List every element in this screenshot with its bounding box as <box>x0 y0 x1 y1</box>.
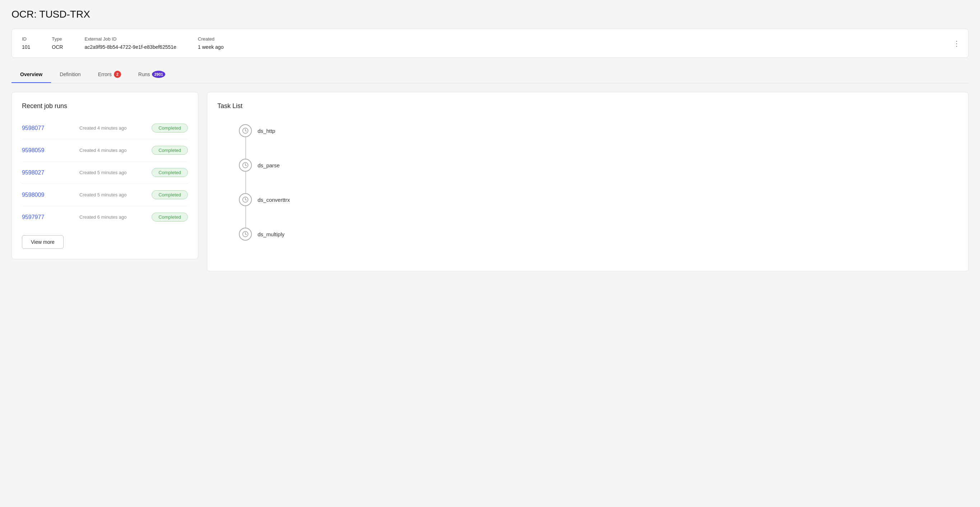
task-label: ds_converttrx <box>258 197 290 203</box>
task-item: ds_http <box>239 124 275 159</box>
id-label: ID <box>22 36 30 42</box>
created-value: 1 week ago <box>198 44 224 50</box>
task-label: ds_http <box>258 128 275 134</box>
run-id-link[interactable]: 9598077 <box>22 125 72 132</box>
task-row: ds_parse <box>239 159 280 172</box>
tab-runs-label: Runs <box>138 72 150 77</box>
tab-overview-label: Overview <box>20 72 42 77</box>
external-job-id-label: External Job ID <box>84 36 176 42</box>
task-label: ds_multiply <box>258 231 285 237</box>
clock-icon <box>239 228 252 241</box>
run-time: Created 6 minutes ago <box>80 215 145 220</box>
clock-icon <box>239 193 252 206</box>
task-list-panel: Task List ds_http ds_parse ds_converttrx… <box>207 92 969 272</box>
type-label: Type <box>52 36 63 42</box>
created-field: Created 1 week ago <box>198 36 224 50</box>
external-job-id-field: External Job ID ac2a9f95-8b54-4722-9e1f-… <box>84 36 176 50</box>
task-connector <box>245 172 246 193</box>
run-id-link[interactable]: 9598009 <box>22 192 72 198</box>
recent-runs-title: Recent job runs <box>22 102 188 110</box>
task-row: ds_multiply <box>239 228 285 241</box>
id-field: ID 101 <box>22 36 30 50</box>
table-row: 9598009 Created 5 minutes ago Completed <box>22 184 188 206</box>
tab-bar: Overview Definition Errors 2 Runs 2901 <box>11 67 969 83</box>
task-item: ds_parse <box>239 159 280 193</box>
page-title: OCR: TUSD-TRX <box>11 9 969 20</box>
tab-runs[interactable]: Runs 2901 <box>130 67 174 83</box>
task-row: ds_http <box>239 124 275 137</box>
table-row: 9598077 Created 4 minutes ago Completed <box>22 117 188 139</box>
view-more-button[interactable]: View more <box>22 235 64 249</box>
run-time: Created 4 minutes ago <box>80 125 145 131</box>
tab-overview[interactable]: Overview <box>11 67 51 83</box>
task-row: ds_converttrx <box>239 193 290 206</box>
table-row: 9598027 Created 5 minutes ago Completed <box>22 162 188 184</box>
table-row: 9597977 Created 6 minutes ago Completed <box>22 206 188 228</box>
task-label: ds_parse <box>258 162 280 168</box>
run-time: Created 5 minutes ago <box>80 170 145 175</box>
type-value: OCR <box>52 44 63 50</box>
tab-errors[interactable]: Errors 2 <box>89 67 130 83</box>
task-connector <box>245 137 246 159</box>
id-value: 101 <box>22 44 30 50</box>
task-item: ds_multiply <box>239 228 285 241</box>
errors-badge: 2 <box>114 71 121 78</box>
status-badge: Completed <box>151 146 188 155</box>
run-id-link[interactable]: 9598027 <box>22 170 72 176</box>
task-connector <box>245 206 246 228</box>
info-card: ID 101 Type OCR External Job ID ac2a9f95… <box>11 29 969 58</box>
runs-list: 9598077 Created 4 minutes ago Completed … <box>22 117 188 228</box>
recent-runs-panel: Recent job runs 9598077 Created 4 minute… <box>11 92 198 259</box>
external-job-id-value: ac2a9f95-8b54-4722-9e1f-e83bef62551e <box>84 44 176 50</box>
tab-definition[interactable]: Definition <box>51 67 89 83</box>
tab-errors-label: Errors <box>98 72 112 77</box>
clock-icon <box>239 159 252 172</box>
run-time: Created 5 minutes ago <box>80 192 145 197</box>
created-label: Created <box>198 36 224 42</box>
task-list: ds_http ds_parse ds_converttrx ds_multip… <box>217 117 958 241</box>
tab-definition-label: Definition <box>60 72 81 77</box>
status-badge: Completed <box>151 124 188 132</box>
run-id-link[interactable]: 9598059 <box>22 147 72 154</box>
status-badge: Completed <box>151 190 188 199</box>
runs-badge: 2901 <box>152 71 165 78</box>
run-id-link[interactable]: 9597977 <box>22 214 72 221</box>
task-list-title: Task List <box>217 102 958 110</box>
run-time: Created 4 minutes ago <box>80 148 145 153</box>
table-row: 9598059 Created 4 minutes ago Completed <box>22 139 188 162</box>
task-item: ds_converttrx <box>239 193 290 228</box>
more-options-icon[interactable]: ⋮ <box>953 39 961 48</box>
status-badge: Completed <box>151 213 188 221</box>
clock-icon <box>239 124 252 137</box>
main-content: Recent job runs 9598077 Created 4 minute… <box>11 92 969 272</box>
status-badge: Completed <box>151 168 188 177</box>
type-field: Type OCR <box>52 36 63 50</box>
